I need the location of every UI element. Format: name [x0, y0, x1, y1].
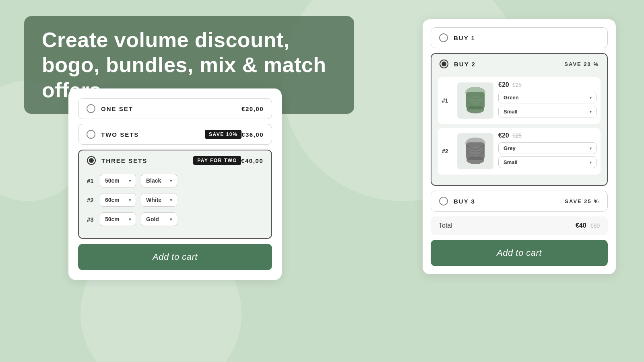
item-3-num: #3 — [87, 216, 100, 223]
radio-buy-2 — [440, 60, 448, 68]
item-2-size-select[interactable]: 50cm 60cm 70cm — [100, 193, 136, 207]
option-two-sets-price: €36,00 — [242, 131, 264, 138]
radio-buy-3 — [439, 197, 448, 206]
product-1-price-old: €25 — [512, 82, 522, 88]
product-item-1: #1 €20 €25 — [438, 77, 601, 124]
radio-one-set — [87, 104, 95, 113]
product-2-color-select-wrapper[interactable]: Green Grey Black — [498, 142, 597, 154]
product-item-2: #2 €20 €25 — [438, 128, 601, 175]
item-2-num: #2 — [87, 197, 100, 204]
option-one-set-price: €20,00 — [242, 105, 264, 112]
radio-buy-1 — [439, 33, 448, 42]
total-price-new: €40 — [576, 222, 586, 229]
radio-three-sets-inner — [89, 158, 94, 163]
product-1-size-select[interactable]: Small Medium Large — [498, 106, 597, 117]
product-2-price-old: €25 — [512, 132, 522, 139]
buy-2-save: SAVE 20 % — [564, 61, 599, 67]
product-2-size-select-wrapper[interactable]: Small Medium Large — [498, 156, 597, 168]
product-1-color-select-wrapper[interactable]: Green Grey Black — [498, 92, 597, 103]
product-2-size-select[interactable]: Small Medium Large — [498, 156, 597, 168]
item-1-size-select[interactable]: 50cm 60cm 70cm — [100, 174, 136, 187]
product-2-num: #2 — [442, 148, 453, 154]
product-2-price-new: €20 — [498, 132, 509, 139]
right-widget: BUY 1 BUY 2 SAVE 20 % #1 — [423, 19, 616, 274]
option-three-sets-label: THREE SETS — [101, 157, 189, 164]
item-1-color-select[interactable]: Black White Grey Gold — [141, 174, 177, 187]
buy-2-header: BUY 2 SAVE 20 % — [431, 54, 607, 74]
product-2-price-row: €20 €25 — [498, 132, 597, 139]
product-1-size-select-wrapper[interactable]: Small Medium Large — [498, 106, 597, 117]
total-prices: €40 €50 — [576, 222, 600, 229]
option-one-set[interactable]: ONE SET €20,00 — [78, 98, 272, 119]
buy-1-option[interactable]: BUY 1 — [431, 27, 608, 48]
buy-2-option[interactable]: BUY 2 SAVE 20 % #1 — [431, 53, 608, 186]
item-rows: #1 50cm 60cm 70cm Black White Grey Gold — [79, 171, 271, 238]
option-two-sets[interactable]: TWO SETS SAVE 10% €36,00 — [78, 124, 272, 145]
item-row-1: #1 50cm 60cm 70cm Black White Grey Gold — [87, 174, 263, 187]
item-2-size-wrapper[interactable]: 50cm 60cm 70cm — [100, 193, 136, 207]
product-1-color-select[interactable]: Green Grey Black — [498, 92, 597, 103]
radio-two-sets — [87, 130, 95, 139]
item-3-color-select[interactable]: Black White Grey Gold — [141, 212, 177, 226]
product-2-image — [457, 133, 493, 169]
two-sets-badge: SAVE 10% — [205, 130, 242, 139]
product-1-price-new: €20 — [498, 81, 509, 88]
buy-1-label: BUY 1 — [454, 35, 599, 41]
item-3-size-select[interactable]: 50cm 60cm 70cm — [100, 212, 136, 226]
option-three-sets[interactable]: THREE SETS PAY FOR TWO €40,00 #1 50cm 60… — [78, 150, 272, 239]
item-3-size-wrapper[interactable]: 50cm 60cm 70cm — [100, 212, 136, 226]
radio-three-sets — [87, 156, 96, 165]
buy-3-option[interactable]: BUY 3 SAVE 25 % — [431, 191, 608, 212]
product-2-color-select[interactable]: Green Grey Black — [498, 142, 597, 154]
total-price-old: €50 — [590, 222, 600, 229]
buy-3-save: SAVE 25 % — [565, 198, 599, 204]
item-2-color-select[interactable]: Black White Grey Gold — [141, 193, 177, 207]
buy-3-label: BUY 3 — [454, 198, 565, 205]
three-sets-header: THREE SETS PAY FOR TWO €40,00 — [79, 150, 271, 171]
product-1-price-row: €20 €25 — [498, 81, 597, 88]
item-2-color-wrapper[interactable]: Black White Grey Gold — [141, 193, 177, 207]
product-1-num: #1 — [442, 97, 453, 104]
product-items: #1 €20 €25 — [431, 74, 607, 185]
right-add-to-cart-button[interactable]: Add to cart — [431, 240, 608, 266]
left-add-to-cart-button[interactable]: Add to cart — [78, 244, 272, 270]
product-2-details: €20 €25 Green Grey Black Small Medi — [498, 132, 597, 171]
product-1-details: €20 €25 Green Grey Black Small Medi — [498, 81, 597, 120]
item-3-color-wrapper[interactable]: Black White Grey Gold — [141, 212, 177, 226]
product-1-gaiter-svg — [461, 84, 489, 117]
three-sets-badge: PAY FOR TWO — [193, 156, 241, 165]
total-label: Total — [439, 222, 452, 229]
product-1-image — [457, 82, 493, 119]
product-2-gaiter-svg — [461, 135, 489, 167]
item-row-2: #2 50cm 60cm 70cm Black White Grey Gold — [87, 193, 263, 207]
buy-2-label: BUY 2 — [454, 61, 564, 68]
item-row-3: #3 50cm 60cm 70cm Black White Grey Gold — [87, 212, 263, 226]
item-1-size-wrapper[interactable]: 50cm 60cm 70cm — [100, 174, 136, 187]
total-row: Total €40 €50 — [431, 216, 608, 235]
option-one-set-label: ONE SET — [101, 105, 242, 112]
item-1-color-wrapper[interactable]: Black White Grey Gold — [141, 174, 177, 187]
option-three-sets-price: €40,00 — [241, 157, 263, 164]
option-two-sets-label: TWO SETS — [101, 131, 201, 138]
item-1-num: #1 — [87, 177, 100, 184]
left-widget: ONE SET €20,00 TWO SETS SAVE 10% €36,00 … — [68, 88, 282, 280]
radio-buy-2-inner — [442, 62, 446, 66]
